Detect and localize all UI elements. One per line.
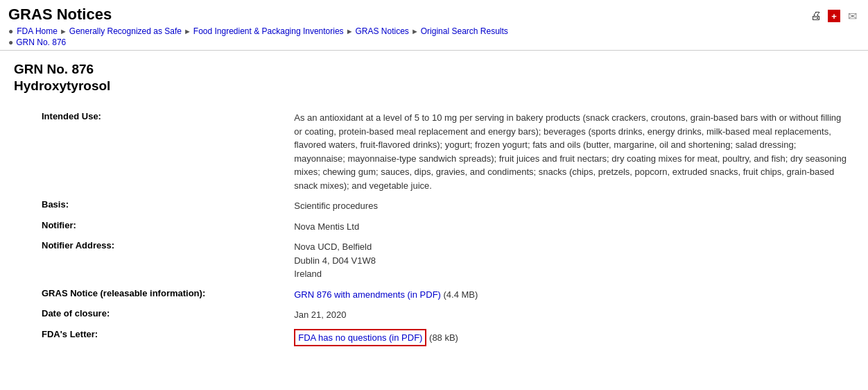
value-date-closure: Jan 21, 2020 <box>211 305 854 325</box>
row-intended-use: Intended Use: As an antioxidant at a lev… <box>14 108 854 196</box>
label-intended-use: Intended Use: <box>14 108 211 196</box>
breadcrumb-sep-2: ► <box>184 27 191 35</box>
breadcrumb-sep-1: ► <box>60 27 67 35</box>
grn-number: GRN No. 876 <box>14 62 854 77</box>
breadcrumb-link-packaging[interactable]: Food Ingredient & Packaging Inventories <box>193 26 344 36</box>
breadcrumb-packaging[interactable]: Food Ingredient & Packaging Inventories <box>193 26 344 36</box>
breadcrumb-link-search-results[interactable]: Original Search Results <box>421 26 508 36</box>
breadcrumb-sep-4: ► <box>411 27 419 35</box>
label-fda-letter: FDA's Letter: <box>14 325 211 350</box>
breadcrumb-dot-2: ● <box>8 37 13 47</box>
breadcrumb-link-grn[interactable]: GRN No. 876 <box>16 37 66 47</box>
row-fda-letter: FDA's Letter: FDA has no questions (in P… <box>14 325 854 350</box>
label-notifier-address: Notifier Address: <box>14 237 211 285</box>
page-title: GRAS Notices <box>8 6 508 24</box>
row-gras-notice: GRAS Notice (releasable information): GR… <box>14 285 854 305</box>
breadcrumb-gras-notices[interactable]: GRAS Notices <box>356 26 409 36</box>
breadcrumb-link-gras[interactable]: Generally Recognized as Safe <box>69 26 182 36</box>
row-notifier-address: Notifier Address: Nova UCD, Belfield Dub… <box>14 237 854 285</box>
header-icons: 🖨 + ✉ <box>808 6 860 24</box>
value-gras-notice: GRN 876 with amendments (in PDF) (4.4 MB… <box>211 285 854 305</box>
print-icon: 🖨 <box>810 10 822 22</box>
row-notifier: Notifier: Nova Mentis Ltd <box>14 217 854 237</box>
value-notifier-address: Nova UCD, Belfield Dublin 4, D04 V1W8 Ir… <box>211 237 854 285</box>
row-date-closure: Date of closure: Jan 21, 2020 <box>14 305 854 325</box>
breadcrumb-link-gras-notices[interactable]: GRAS Notices <box>356 26 409 36</box>
substance-name: Hydroxytyrosol <box>14 78 854 94</box>
breadcrumb: ● FDA Home ► Generally Recognized as Saf… <box>8 26 508 36</box>
fda-letter-highlighted: FDA has no questions (in PDF) <box>294 329 426 347</box>
value-basis: Scientific procedures <box>211 196 854 217</box>
breadcrumb-gras[interactable]: Generally Recognized as Safe <box>69 26 182 36</box>
email-button[interactable]: ✉ <box>844 8 860 24</box>
value-notifier: Nova Mentis Ltd <box>211 217 854 237</box>
breadcrumb-search-results[interactable]: Original Search Results <box>421 26 508 36</box>
bookmark-icon: + <box>828 10 840 22</box>
print-button[interactable]: 🖨 <box>808 8 824 24</box>
gras-notice-pdf-link[interactable]: GRN 876 with amendments (in PDF) <box>294 289 441 300</box>
main-content: GRN No. 876 Hydroxytyrosol Intended Use:… <box>0 51 868 364</box>
bookmark-button[interactable]: + <box>826 8 842 24</box>
label-date-closure: Date of closure: <box>14 305 211 325</box>
value-fda-letter: FDA has no questions (in PDF) (88 kB) <box>211 325 854 350</box>
header-left: GRAS Notices ● FDA Home ► Generally Reco… <box>8 6 508 47</box>
label-gras-notice: GRAS Notice (releasable information): <box>14 285 211 305</box>
page-header: GRAS Notices ● FDA Home ► Generally Reco… <box>0 0 868 51</box>
breadcrumb-arrow-start: ● <box>8 26 13 36</box>
fda-letter-size: (88 kB) <box>429 332 458 343</box>
breadcrumb-row2: ● GRN No. 876 <box>8 37 508 47</box>
fda-letter-pdf-link[interactable]: FDA has no questions (in PDF) <box>298 332 422 343</box>
label-basis: Basis: <box>14 196 211 217</box>
email-icon: ✉ <box>848 10 857 23</box>
breadcrumb-link-fda-home[interactable]: FDA Home <box>17 26 58 36</box>
breadcrumb-fda-home[interactable]: ● FDA Home <box>8 26 58 36</box>
gras-notice-size: (4.4 MB) <box>444 289 478 300</box>
details-table: Intended Use: As an antioxidant at a lev… <box>14 108 854 350</box>
breadcrumb-sep-3: ► <box>346 27 354 35</box>
row-basis: Basis: Scientific procedures <box>14 196 854 217</box>
label-notifier: Notifier: <box>14 217 211 237</box>
value-intended-use: As an antioxidant at a level of 5 to 10 … <box>211 108 854 196</box>
